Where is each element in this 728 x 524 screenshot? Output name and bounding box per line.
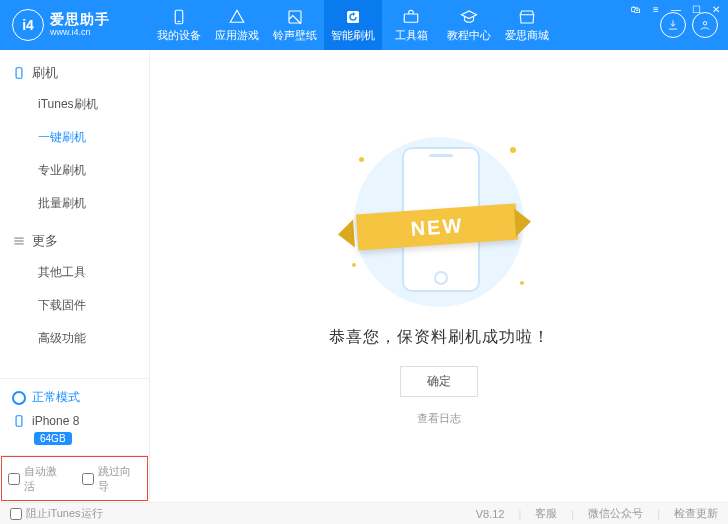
success-illustration: NEW bbox=[334, 127, 544, 307]
svg-point-5 bbox=[703, 22, 707, 26]
nav-tutorials[interactable]: 教程中心 bbox=[440, 0, 498, 50]
minimize-icon[interactable]: — bbox=[670, 4, 682, 15]
svg-rect-10 bbox=[16, 416, 22, 427]
ribbon-label: NEW bbox=[355, 203, 517, 250]
sidebar-item-other-tools[interactable]: 其他工具 bbox=[0, 256, 149, 289]
success-message: 恭喜您，保资料刷机成功啦！ bbox=[329, 327, 550, 348]
main-content: NEW 恭喜您，保资料刷机成功啦！ 确定 查看日志 bbox=[150, 50, 728, 502]
nav-ringtones[interactable]: 铃声壁纸 bbox=[266, 0, 324, 50]
logo-icon: i4 bbox=[12, 9, 44, 41]
sidebar-item-batch-flash[interactable]: 批量刷机 bbox=[0, 187, 149, 220]
version-label: V8.12 bbox=[476, 508, 505, 520]
window-controls: 🛍 ≡ — ☐ ✕ bbox=[630, 4, 722, 15]
logo: i4 爱思助手 www.i4.cn bbox=[0, 9, 150, 41]
footer-link-support[interactable]: 客服 bbox=[535, 506, 557, 521]
block-itunes-checkbox[interactable]: 阻止iTunes运行 bbox=[10, 506, 103, 521]
refresh-icon bbox=[344, 8, 362, 26]
sidebar-item-one-click-flash[interactable]: 一键刷机 bbox=[0, 121, 149, 154]
sidebar-item-itunes-flash[interactable]: iTunes刷机 bbox=[0, 88, 149, 121]
user-button[interactable] bbox=[692, 12, 718, 38]
menu-icon[interactable]: ≡ bbox=[650, 4, 662, 15]
close-icon[interactable]: ✕ bbox=[710, 4, 722, 15]
sidebar-item-pro-flash[interactable]: 专业刷机 bbox=[0, 154, 149, 187]
image-icon bbox=[286, 8, 304, 26]
brand-url: www.i4.cn bbox=[50, 28, 110, 38]
nav-my-device[interactable]: 我的设备 bbox=[150, 0, 208, 50]
sidebar-item-download-firmware[interactable]: 下载固件 bbox=[0, 289, 149, 322]
connected-device[interactable]: iPhone 8 bbox=[0, 410, 149, 432]
sidebar-section-flash[interactable]: 刷机 bbox=[0, 58, 149, 88]
apps-icon bbox=[228, 8, 246, 26]
sidebar: 刷机 iTunes刷机 一键刷机 专业刷机 批量刷机 更多 其他工具 下载固件 … bbox=[0, 50, 150, 502]
toolbox-icon bbox=[402, 8, 420, 26]
maximize-icon[interactable]: ☐ bbox=[690, 4, 702, 15]
nav-store[interactable]: 爱思商城 bbox=[498, 0, 556, 50]
mode-indicator[interactable]: 正常模式 bbox=[0, 385, 149, 410]
graduation-icon bbox=[460, 8, 478, 26]
brand-name: 爱思助手 bbox=[50, 12, 110, 27]
device-phone-icon bbox=[12, 414, 26, 428]
confirm-button[interactable]: 确定 bbox=[400, 366, 478, 397]
title-bar: 🛍 ≡ — ☐ ✕ i4 爱思助手 www.i4.cn 我的设备 应用游戏 铃声… bbox=[0, 0, 728, 50]
sidebar-item-advanced[interactable]: 高级功能 bbox=[0, 322, 149, 355]
nav-apps[interactable]: 应用游戏 bbox=[208, 0, 266, 50]
view-log-link[interactable]: 查看日志 bbox=[417, 411, 461, 426]
nav-toolbox[interactable]: 工具箱 bbox=[382, 0, 440, 50]
skip-guide-checkbox[interactable]: 跳过向导 bbox=[82, 464, 142, 494]
footer-link-wechat[interactable]: 微信公众号 bbox=[588, 506, 643, 521]
nav-tabs: 我的设备 应用游戏 铃声壁纸 智能刷机 工具箱 教程中心 爱思商城 bbox=[150, 0, 556, 50]
phone-icon bbox=[170, 8, 188, 26]
storage-badge: 64GB bbox=[34, 432, 72, 445]
phone-outline-icon bbox=[12, 66, 26, 80]
cart-icon[interactable]: 🛍 bbox=[630, 4, 642, 15]
svg-rect-6 bbox=[16, 68, 22, 79]
status-bar: 阻止iTunes运行 V8.12 | 客服 | 微信公众号 | 检查更新 bbox=[0, 502, 728, 524]
auto-activate-checkbox[interactable]: 自动激活 bbox=[8, 464, 68, 494]
download-button[interactable] bbox=[660, 12, 686, 38]
mode-icon bbox=[12, 391, 26, 405]
svg-rect-4 bbox=[404, 14, 418, 22]
nav-flash[interactable]: 智能刷机 bbox=[324, 0, 382, 50]
footer-link-update[interactable]: 检查更新 bbox=[674, 506, 718, 521]
sidebar-section-more[interactable]: 更多 bbox=[0, 226, 149, 256]
menu-lines-icon bbox=[12, 234, 26, 248]
flash-options-row: 自动激活 跳过向导 bbox=[0, 455, 149, 502]
store-icon bbox=[518, 8, 536, 26]
